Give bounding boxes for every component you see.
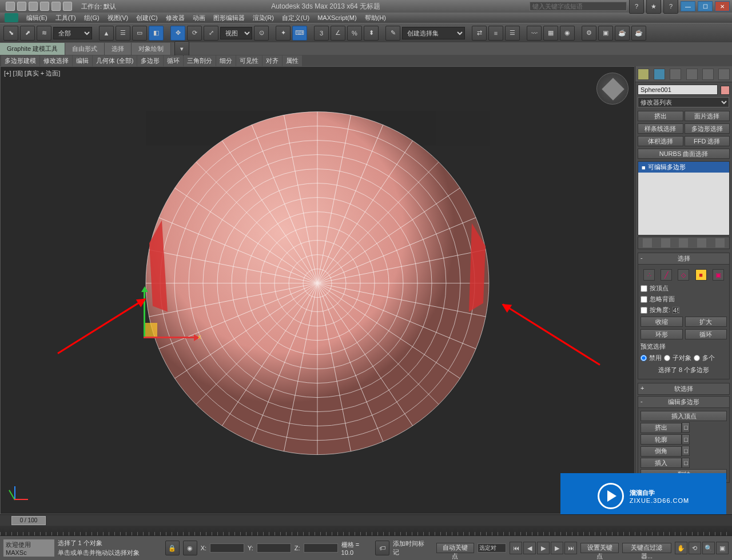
exchange-icon[interactable]: ★	[646, 0, 661, 14]
element-level-icon[interactable]: ▣	[713, 269, 724, 281]
rollout-soft-header[interactable]: +软选择	[638, 383, 730, 395]
edit-named-sel-icon[interactable]: ✎	[385, 26, 400, 41]
create-tab-icon[interactable]	[638, 69, 649, 80]
inset-button[interactable]: 插入	[640, 458, 682, 468]
gizmo-x-axis[interactable]	[144, 337, 195, 338]
qat-open-icon[interactable]	[17, 2, 26, 11]
btn-poly-select[interactable]: 多边形选择	[685, 123, 730, 134]
hierarchy-tab-icon[interactable]	[670, 69, 681, 80]
menu-modifiers[interactable]: 修改器	[166, 14, 185, 22]
subtab-tri[interactable]: 三角剖分	[184, 55, 216, 66]
select-icon[interactable]: ▲	[99, 26, 114, 41]
menu-create[interactable]: 创建(C)	[136, 14, 157, 22]
play-icon[interactable]: ▶	[537, 542, 550, 554]
ref-coord-dropdown[interactable]: 视图	[220, 27, 252, 39]
modifier-stack[interactable]: ■可编辑多边形	[638, 161, 730, 235]
preview-multi-radio[interactable]	[694, 355, 700, 361]
preview-disable-radio[interactable]	[640, 355, 647, 361]
inset-settings-icon[interactable]: □	[682, 458, 690, 468]
menu-help[interactable]: 帮助(H)	[365, 14, 386, 22]
window-crossing-icon[interactable]: ◧	[149, 26, 164, 41]
menu-group[interactable]: 组(G)	[84, 14, 100, 22]
render-setup-icon[interactable]: ⚙	[582, 26, 596, 41]
insert-vertex-button[interactable]: 插入顶点	[640, 411, 727, 421]
select-name-icon[interactable]: ☰	[116, 26, 130, 41]
prev-frame-icon[interactable]: ◀	[523, 542, 536, 554]
rotate-icon[interactable]: ⟳	[187, 26, 202, 41]
subtab-properties[interactable]: 属性	[283, 55, 302, 66]
polygon-level-icon[interactable]: ■	[695, 269, 707, 281]
object-name-field[interactable]	[638, 85, 718, 95]
menu-grapheditors[interactable]: 图形编辑器	[213, 14, 245, 22]
schematic-icon[interactable]: ▦	[543, 26, 558, 41]
minimize-button[interactable]: —	[681, 1, 695, 11]
viewport-top[interactable]: [+] [顶] [真实 + 边面]	[0, 66, 635, 514]
goto-start-icon[interactable]: ⏮	[510, 542, 522, 554]
grow-button[interactable]: 扩大	[685, 317, 727, 327]
named-selection-dropdown[interactable]: 创建选择集	[402, 27, 465, 39]
selection-filter[interactable]: 全部	[53, 27, 92, 39]
time-slider[interactable]: 0 / 100	[0, 514, 732, 526]
ribbon-expand-icon[interactable]: ▾	[174, 41, 189, 56]
angle-snap-icon[interactable]: ∠	[331, 26, 345, 41]
remove-mod-icon[interactable]	[697, 238, 706, 247]
ring-button[interactable]: 环形	[640, 329, 683, 339]
workspace-dropdown[interactable]: 工作台: 默认	[75, 2, 122, 11]
menu-rendering[interactable]: 渲染(R)	[253, 14, 274, 22]
help-icon[interactable]: ?	[663, 0, 678, 14]
bind-icon[interactable]: ≋	[37, 26, 51, 41]
y-coord[interactable]	[257, 543, 291, 553]
move-icon[interactable]: ✥	[170, 26, 185, 41]
qat-link-icon[interactable]	[63, 2, 72, 11]
rect-select-icon[interactable]: ▭	[132, 26, 147, 41]
make-unique-icon[interactable]	[679, 238, 688, 247]
tab-graphite[interactable]: Graphite 建模工具	[0, 43, 65, 55]
infocenter-icon[interactable]: ?	[629, 0, 644, 14]
qat-redo-icon[interactable]	[51, 2, 61, 11]
motion-tab-icon[interactable]	[686, 69, 698, 80]
render-icon[interactable]: ☕	[615, 26, 630, 41]
utilities-tab-icon[interactable]	[718, 69, 730, 80]
outline-settings-icon[interactable]: □	[682, 434, 690, 445]
manipulate-icon[interactable]: ✦	[276, 26, 291, 41]
zoom-icon[interactable]: 🔍	[702, 542, 715, 554]
orbit-icon[interactable]: ⟲	[689, 542, 701, 554]
percent-snap-icon[interactable]: %	[347, 26, 362, 41]
tab-selection[interactable]: 选择	[105, 43, 132, 55]
x-coord[interactable]	[210, 543, 244, 553]
menu-animation[interactable]: 动画	[193, 14, 205, 22]
angle-spinner[interactable]	[673, 307, 679, 314]
configure-icon[interactable]	[715, 238, 725, 247]
pivot-icon[interactable]: ⊙	[254, 26, 269, 41]
ignore-back-checkbox[interactable]	[640, 296, 647, 303]
by-angle-checkbox[interactable]	[640, 307, 647, 314]
render-frame-icon[interactable]: ▣	[598, 26, 613, 41]
snap-3-icon[interactable]: 3	[314, 26, 329, 41]
modify-tab-icon[interactable]	[654, 69, 665, 80]
bevel-button[interactable]: 倒角	[640, 446, 682, 457]
extrude-button[interactable]: 挤出	[640, 423, 682, 433]
by-vertex-checkbox[interactable]	[640, 285, 647, 292]
object-color-swatch[interactable]	[721, 86, 730, 95]
lock-icon[interactable]: 🔒	[165, 541, 180, 555]
max-toggle-icon[interactable]: ▣	[716, 542, 729, 554]
scale-icon[interactable]: ⤢	[204, 26, 218, 41]
show-end-icon[interactable]	[661, 238, 670, 247]
rollout-editpoly-header[interactable]: -编辑多边形	[638, 396, 730, 408]
app-menu-icon[interactable]	[5, 13, 18, 22]
btn-vol-select[interactable]: 体积选择	[638, 136, 683, 146]
shrink-button[interactable]: 收缩	[640, 317, 683, 327]
btn-nurbs[interactable]: NURBS 曲面选择	[638, 149, 730, 159]
gizmo-plane[interactable]	[144, 323, 157, 337]
menu-views[interactable]: 视图(V)	[108, 14, 129, 22]
subtab-subdiv[interactable]: 细分	[216, 55, 236, 66]
btn-ffd-select[interactable]: FFD 选择	[685, 136, 730, 146]
qat-save-icon[interactable]	[29, 2, 38, 11]
subtab-geometry[interactable]: 几何体 (全部)	[93, 55, 137, 66]
set-key-button[interactable]: 设置关键点	[580, 543, 619, 553]
goto-end-icon[interactable]: ⏭	[564, 542, 577, 554]
keyboard-shortcut-icon[interactable]: ⌨	[292, 26, 307, 41]
auto-key-button[interactable]: 自动关键点	[436, 543, 475, 553]
time-tag-icon[interactable]: 🏷	[375, 541, 389, 555]
mirror-icon[interactable]: ⇄	[472, 26, 487, 41]
